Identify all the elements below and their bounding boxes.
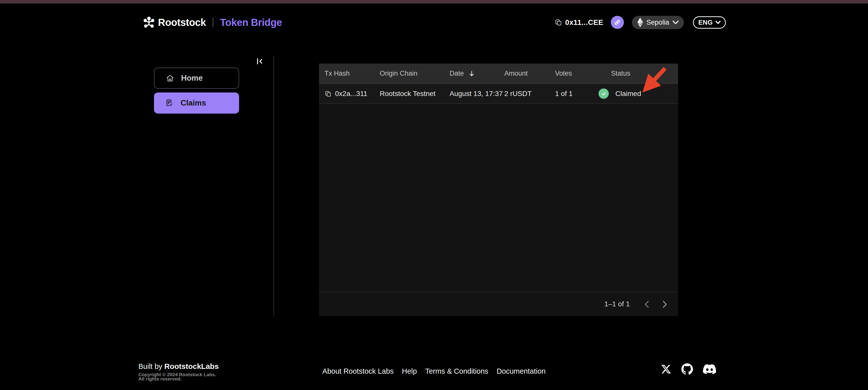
cell-amount: 2 rUSDT — [504, 90, 555, 98]
collapse-left-icon — [256, 57, 265, 66]
ethereum-icon — [637, 18, 643, 27]
x-twitter-icon — [661, 364, 671, 374]
column-header-tx-hash: Tx Hash — [324, 70, 380, 78]
wallet-address[interactable]: 0x11...CEE — [565, 18, 603, 27]
brand-divider — [213, 18, 213, 27]
copy-address-icon[interactable] — [555, 19, 562, 26]
sort-descending-icon — [468, 70, 475, 78]
chevron-right-icon — [661, 301, 668, 308]
sidebar-item-label: Home — [181, 73, 203, 83]
status-claimed-icon — [598, 88, 609, 99]
pagination-range-label: 1–1 of 1 — [604, 300, 630, 308]
column-header-origin-chain: Origin Chain — [380, 70, 450, 78]
github-link[interactable] — [681, 363, 693, 375]
chevron-left-icon — [644, 301, 650, 308]
network-label: Sepolia — [647, 19, 669, 26]
discord-link[interactable] — [703, 363, 716, 376]
table-header-row: Tx Hash Origin Chain Date Amount Votes S… — [319, 64, 678, 84]
page: Rootstock Token Bridge 0x11...CEE Sepoli… — [0, 0, 868, 390]
claims-table: Tx Hash Origin Chain Date Amount Votes S… — [319, 64, 678, 316]
cell-status: Claimed — [598, 88, 678, 99]
column-header-date[interactable]: Date — [450, 70, 504, 78]
brand: Rootstock Token Bridge — [143, 14, 282, 30]
rootstock-logo-icon — [143, 16, 155, 28]
claims-icon — [165, 98, 174, 108]
discord-icon — [703, 363, 716, 376]
sidebar-collapse-button[interactable] — [255, 56, 266, 67]
sidebar-divider — [274, 56, 274, 317]
header-controls: 0x11...CEE Sepolia ENG — [555, 15, 726, 30]
sidebar-item-home[interactable]: Home — [154, 68, 239, 89]
footer-link-about[interactable]: About Rootstock Labs — [322, 367, 394, 376]
status-label: Claimed — [615, 90, 641, 98]
disconnect-wallet-button[interactable] — [611, 16, 624, 29]
column-header-status: Status — [598, 70, 678, 78]
footer-links: About Rootstock Labs Help Terms & Condit… — [0, 367, 868, 376]
chevron-down-icon — [716, 21, 720, 24]
brand-product: Token Bridge — [220, 17, 282, 28]
cell-origin-chain: Rootstock Testnet — [380, 90, 450, 98]
brand-name: Rootstock — [158, 17, 206, 28]
table-row: 0x2a...311 Rootstock Testnet August 13, … — [319, 84, 678, 104]
language-selector[interactable]: ENG — [693, 16, 726, 29]
table-body-empty-area — [319, 104, 678, 292]
column-header-amount: Amount — [504, 70, 555, 78]
sidebar-item-label: Claims — [181, 98, 206, 108]
unlink-icon — [614, 19, 621, 26]
x-twitter-link[interactable] — [661, 364, 671, 374]
pagination-next-button[interactable] — [659, 299, 671, 310]
language-label: ENG — [698, 19, 713, 26]
copyright-line-2: All rights reserved. — [138, 377, 219, 381]
sidebar-item-claims[interactable]: Claims — [154, 92, 239, 114]
footer-link-documentation[interactable]: Documentation — [497, 367, 546, 376]
home-icon — [165, 73, 175, 83]
copy-hash-icon[interactable] — [324, 90, 332, 97]
network-selector[interactable]: Sepolia — [632, 16, 684, 29]
chevron-down-icon — [673, 21, 679, 24]
pagination-prev-button[interactable] — [641, 299, 652, 310]
footer-socials — [661, 362, 716, 376]
github-icon — [681, 363, 693, 375]
cell-date: August 13, 17:37 — [450, 90, 504, 98]
column-header-date-label: Date — [450, 70, 464, 78]
footer-link-terms[interactable]: Terms & Conditions — [425, 367, 488, 376]
column-header-votes: Votes — [555, 70, 598, 78]
browser-top-strip — [0, 0, 868, 3]
footer-link-help[interactable]: Help — [402, 367, 417, 376]
tx-hash-value: 0x2a...311 — [335, 90, 367, 98]
table-pagination: 1–1 of 1 — [319, 292, 678, 316]
cell-votes: 1 of 1 — [555, 90, 598, 98]
cell-tx-hash: 0x2a...311 — [324, 90, 380, 98]
